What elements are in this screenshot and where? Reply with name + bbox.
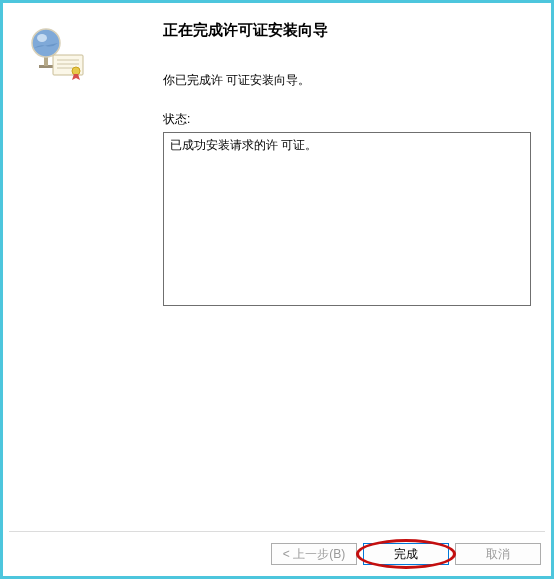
wizard-main-panel: 正在完成许可证安装向导 你已完成许 可证安装向导。 状态: 已成功安装请求的许 … xyxy=(163,3,551,531)
wizard-window: 正在完成许可证安装向导 你已完成许 可证安装向导。 状态: 已成功安装请求的许 … xyxy=(0,0,554,579)
wizard-footer: < 上一步(B) 完成 取消 xyxy=(3,532,551,576)
back-button: < 上一步(B) xyxy=(271,543,357,565)
svg-point-9 xyxy=(72,67,80,75)
svg-point-4 xyxy=(37,34,47,42)
status-box: 已成功安装请求的许 可证。 xyxy=(163,132,531,306)
cancel-button: 取消 xyxy=(455,543,541,565)
finish-button-highlight: 完成 xyxy=(363,543,449,565)
status-text: 已成功安装请求的许 可证。 xyxy=(170,138,317,152)
wizard-message: 你已完成许 可证安装向导。 xyxy=(163,72,531,89)
wizard-title: 正在完成许可证安装向导 xyxy=(163,21,531,40)
wizard-client: 正在完成许可证安装向导 你已完成许 可证安装向导。 状态: 已成功安装请求的许 … xyxy=(3,3,551,531)
status-label: 状态: xyxy=(163,111,531,128)
globe-certificate-icon xyxy=(25,72,87,86)
finish-button[interactable]: 完成 xyxy=(363,543,449,565)
wizard-side-panel xyxy=(3,3,163,531)
